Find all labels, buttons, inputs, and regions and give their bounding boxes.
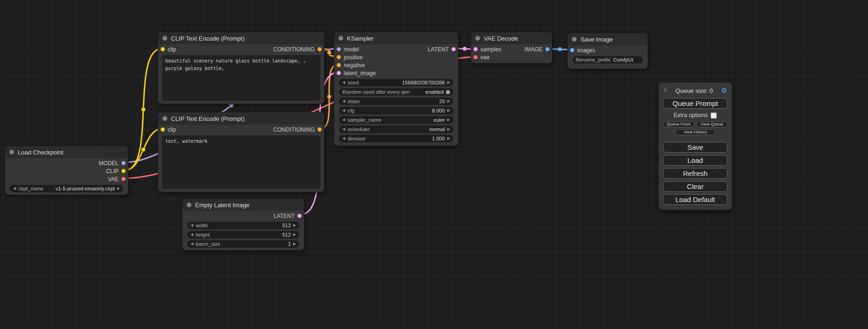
view-history-button[interactable]: View History [675, 129, 715, 135]
save-button[interactable]: Save [663, 142, 727, 153]
slot-dot-image[interactable] [545, 47, 550, 51]
increment-arrow-icon[interactable]: ▶ [447, 109, 450, 112]
collapse-dot-icon[interactable] [572, 37, 577, 42]
widget-sampler-name[interactable]: ◀ sampler_name euler ▶ [339, 116, 453, 124]
slot-input-vae[interactable]: vae [471, 53, 552, 61]
slot-output-model[interactable]: MODEL [5, 159, 128, 167]
slot-input-model[interactable]: model [337, 46, 359, 53]
slot-dot-image[interactable] [570, 48, 574, 52]
slot-output-clip[interactable]: CLIP [5, 167, 128, 175]
slot-input-clip[interactable]: clip [161, 126, 176, 133]
slot-dot-model[interactable] [121, 161, 126, 165]
view-queue-button[interactable]: View Queue [697, 121, 728, 127]
increment-arrow-icon[interactable]: ▶ [447, 99, 450, 103]
decrement-arrow-icon[interactable]: ◀ [342, 99, 345, 103]
decrement-arrow-icon[interactable]: ◀ [342, 137, 345, 140]
node-ksampler[interactable]: KSampler model LATENT positive negative [334, 32, 459, 146]
slot-output-image[interactable]: IMAGE [524, 46, 550, 53]
decrement-arrow-icon[interactable]: ◀ [191, 233, 193, 237]
node-title-bar[interactable]: VAE Decode [471, 32, 552, 44]
clear-button[interactable]: Clear [663, 181, 727, 192]
slot-input-positive[interactable]: positive [334, 53, 458, 61]
load-button[interactable]: Load [663, 155, 727, 166]
slot-output-latent[interactable]: LATENT [428, 46, 456, 53]
widget-ckpt-name[interactable]: ◀ ckpt_name v1-5-pruned-emaonly.ckpt ▶ [10, 185, 123, 192]
slot-input-negative[interactable]: negative [334, 61, 458, 69]
decrement-arrow-icon[interactable]: ◀ [342, 109, 345, 112]
node-title-bar[interactable]: CLIP Text Encode (Prompt) [158, 32, 324, 44]
widget-cfg[interactable]: ◀ cfg 8.000 ▶ [339, 107, 453, 114]
collapse-dot-icon[interactable] [187, 203, 191, 207]
increment-arrow-icon[interactable]: ▶ [117, 187, 120, 190]
slot-dot-clip[interactable] [161, 127, 165, 132]
widget-batch-size[interactable]: ◀ batch_size 1 ▶ [187, 240, 299, 248]
decrement-arrow-icon[interactable]: ◀ [342, 81, 345, 84]
node-title-bar[interactable]: Empty Latent Image [183, 199, 304, 211]
graph-canvas[interactable]: Load Checkpoint MODEL CLIP VAE ◀ ckpt_na… [0, 0, 868, 329]
increment-arrow-icon[interactable]: ▶ [447, 137, 450, 140]
increment-arrow-icon[interactable]: ▶ [447, 127, 450, 131]
widget-width[interactable]: ◀ width 512 ▶ [187, 222, 299, 229]
slot-output-conditioning[interactable]: CONDITIONING [273, 126, 322, 133]
slot-output-latent[interactable]: LATENT [183, 212, 304, 220]
node-load-checkpoint[interactable]: Load Checkpoint MODEL CLIP VAE ◀ ckpt_na… [5, 146, 128, 195]
widget-denoise[interactable]: ◀ denoise 1.000 ▶ [339, 135, 453, 142]
queue-front-button[interactable]: Queue Front [663, 121, 694, 127]
decrement-arrow-icon[interactable]: ◀ [191, 224, 193, 227]
load-default-button[interactable]: Load Default [663, 194, 727, 205]
collapse-dot-icon[interactable] [475, 36, 480, 41]
node-clip-text-encode-negative[interactable]: CLIP Text Encode (Prompt) clip CONDITION… [158, 112, 325, 192]
slot-dot-conditioning[interactable] [318, 127, 322, 132]
settings-gear-icon[interactable]: ⚙ [721, 86, 727, 95]
increment-arrow-icon[interactable]: ▶ [293, 233, 296, 237]
slot-dot-latent[interactable] [297, 214, 302, 218]
slot-dot-clip[interactable] [121, 169, 126, 173]
node-clip-text-encode-positive[interactable]: CLIP Text Encode (Prompt) clip CONDITION… [158, 32, 325, 104]
node-title-bar[interactable]: Load Checkpoint [5, 146, 128, 158]
collapse-dot-icon[interactable] [339, 36, 343, 41]
increment-arrow-icon[interactable]: ▶ [293, 224, 296, 227]
slot-dot-clip[interactable] [161, 47, 165, 51]
widget-filename-prefix[interactable]: filename_prefix ComfyUI [572, 56, 643, 63]
slot-dot-vae[interactable] [473, 55, 478, 59]
slot-dot-latent[interactable] [473, 47, 478, 51]
slot-dot-vae[interactable] [121, 177, 126, 181]
slot-dot-conditioning[interactable] [337, 55, 341, 59]
node-empty-latent-image[interactable]: Empty Latent Image LATENT ◀ width 512 ▶ … [182, 198, 304, 251]
slot-dot-latent[interactable] [452, 47, 456, 51]
node-title-bar[interactable]: Save Image [568, 33, 648, 45]
slot-input-images[interactable]: images [568, 46, 648, 54]
toggle-dot-icon[interactable] [446, 90, 450, 94]
widget-seed[interactable]: ◀ seed 156680208700286 ▶ [339, 79, 453, 86]
queue-prompt-button[interactable]: Queue Prompt [663, 98, 727, 109]
widget-height[interactable]: ◀ height 512 ▶ [187, 231, 299, 238]
widget-steps[interactable]: ◀ steps 20 ▶ [339, 98, 453, 105]
increment-arrow-icon[interactable]: ▶ [447, 118, 450, 122]
decrement-arrow-icon[interactable]: ◀ [342, 127, 345, 131]
slot-input-clip[interactable]: clip [161, 46, 176, 53]
node-title-bar[interactable]: CLIP Text Encode (Prompt) [158, 112, 324, 125]
slot-input-latent-image[interactable]: latent_image [334, 69, 458, 77]
decrement-arrow-icon[interactable]: ◀ [191, 242, 193, 246]
widget-random-seed-toggle[interactable]: Random seed after every gen enabled [339, 88, 453, 96]
prompt-textarea[interactable]: beautiful scenery nature glass bottle la… [162, 55, 320, 101]
node-save-image[interactable]: Save Image images filename_prefix ComfyU… [567, 33, 648, 69]
slot-output-vae[interactable]: VAE [5, 175, 128, 183]
widget-scheduler[interactable]: ◀ scheduler normal ▶ [339, 126, 453, 133]
slot-dot-conditioning[interactable] [318, 47, 322, 51]
slot-output-conditioning[interactable]: CONDITIONING [273, 46, 322, 53]
increment-arrow-icon[interactable]: ▶ [293, 242, 296, 246]
refresh-button[interactable]: Refresh [663, 168, 727, 179]
collapse-dot-icon[interactable] [162, 36, 167, 41]
node-vae-decode[interactable]: VAE Decode samples IMAGE vae [471, 32, 552, 63]
extra-options-checkbox[interactable] [711, 112, 717, 119]
decrement-arrow-icon[interactable]: ◀ [13, 187, 16, 190]
collapse-dot-icon[interactable] [162, 116, 167, 121]
decrement-arrow-icon[interactable]: ◀ [342, 118, 345, 122]
slot-dot-conditioning[interactable] [337, 63, 341, 67]
prompt-textarea[interactable]: text, watermark [162, 135, 320, 189]
node-title-bar[interactable]: KSampler [334, 32, 458, 44]
collapse-dot-icon[interactable] [9, 150, 14, 154]
slot-dot-model[interactable] [337, 47, 341, 51]
drag-handle-icon[interactable]: ⠿ [663, 87, 667, 94]
